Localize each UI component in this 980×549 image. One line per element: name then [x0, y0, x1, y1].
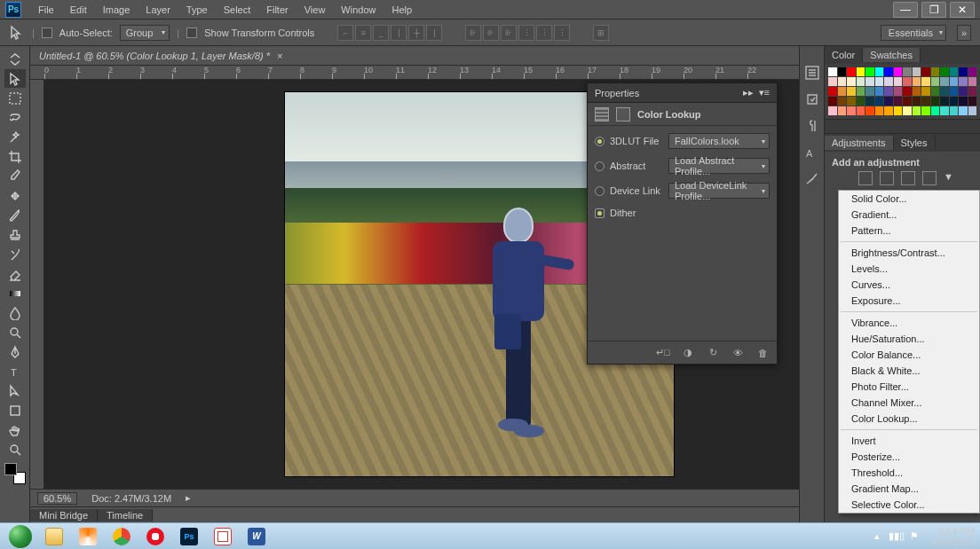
- swatch[interactable]: [847, 77, 856, 86]
- swatch[interactable]: [950, 67, 959, 76]
- actions-panel-icon[interactable]: [803, 90, 821, 108]
- adj-item-levels[interactable]: Levels...: [839, 261, 979, 277]
- view-previous-icon[interactable]: ◑: [681, 346, 695, 360]
- dist-4-icon[interactable]: ⋮: [518, 25, 534, 41]
- timeline-tab[interactable]: Timeline: [98, 509, 153, 522]
- character-panel-icon[interactable]: A: [803, 144, 821, 161]
- adj-item-gradient[interactable]: Gradient...: [839, 207, 979, 223]
- doc-info-arrow-icon[interactable]: ▸: [186, 492, 191, 504]
- adj-item-selective-color[interactable]: Selective Color...: [839, 497, 979, 513]
- panel-menu-icon[interactable]: ▾≡: [759, 87, 770, 98]
- reset-icon[interactable]: ↻: [706, 346, 720, 360]
- swatch[interactable]: [913, 77, 921, 86]
- swatch[interactable]: [968, 67, 977, 76]
- vlc-taskbar-icon[interactable]: [73, 526, 103, 547]
- workspace-dropdown[interactable]: Essentials: [881, 25, 946, 41]
- align-top-icon[interactable]: ⌐: [337, 25, 353, 41]
- swatch[interactable]: [931, 87, 940, 96]
- swatch[interactable]: [857, 67, 865, 76]
- word-taskbar-icon[interactable]: W: [241, 526, 272, 547]
- swatch[interactable]: [950, 97, 959, 106]
- swatch[interactable]: [921, 97, 930, 106]
- menu-edit[interactable]: Edit: [62, 3, 95, 17]
- close-button[interactable]: ✕: [950, 2, 975, 18]
- swatch[interactable]: [857, 77, 865, 86]
- swatch[interactable]: [884, 97, 893, 106]
- swatch[interactable]: [931, 106, 940, 115]
- menu-layer[interactable]: Layer: [138, 3, 178, 17]
- explorer-taskbar-icon[interactable]: [39, 526, 69, 547]
- gradient-tool[interactable]: [4, 284, 26, 302]
- swatch[interactable]: [950, 87, 959, 96]
- swatch[interactable]: [940, 106, 949, 115]
- curves-icon[interactable]: [901, 171, 915, 185]
- swatch[interactable]: [894, 97, 903, 106]
- adj-item-channel-mixer[interactable]: Channel Mixer...: [839, 395, 979, 411]
- delete-icon[interactable]: 🗑: [755, 346, 770, 360]
- adj-item-pattern[interactable]: Pattern...: [839, 223, 979, 239]
- zoom-tool[interactable]: [4, 440, 26, 459]
- swatch[interactable]: [913, 97, 921, 106]
- swatch[interactable]: [865, 106, 874, 115]
- swatch[interactable]: [903, 67, 912, 76]
- swatch[interactable]: [950, 106, 959, 115]
- collapse-panel-icon[interactable]: ▸▸: [743, 87, 754, 98]
- paragraph-panel-icon[interactable]: [803, 117, 821, 135]
- swatch[interactable]: [894, 77, 903, 86]
- swatch[interactable]: [913, 87, 921, 96]
- wand-tool[interactable]: [4, 128, 26, 146]
- menu-file[interactable]: File: [30, 3, 62, 17]
- device-radio[interactable]: [595, 186, 605, 196]
- adj-item-color-balance[interactable]: Color Balance...: [839, 347, 979, 363]
- dist-1-icon[interactable]: ⊪: [465, 25, 481, 41]
- exposure-icon[interactable]: [922, 171, 937, 185]
- photoshop-taskbar-icon[interactable]: Ps: [174, 526, 204, 547]
- mini-bridge-tab[interactable]: Mini Bridge: [30, 509, 98, 522]
- action-center-icon[interactable]: ⚑: [910, 530, 922, 543]
- brush-panel-icon[interactable]: [803, 170, 821, 188]
- lasso-tool[interactable]: [4, 108, 26, 127]
- opera-taskbar-icon[interactable]: [140, 526, 170, 547]
- swatch[interactable]: [931, 77, 940, 86]
- swatch[interactable]: [857, 106, 865, 115]
- swatch[interactable]: [865, 87, 874, 96]
- swatch[interactable]: [940, 67, 949, 76]
- swatch[interactable]: [913, 67, 921, 76]
- tab-toggle-icon[interactable]: [4, 50, 26, 68]
- swatch[interactable]: [828, 106, 837, 115]
- swatch[interactable]: [838, 87, 847, 96]
- swatch[interactable]: [950, 77, 959, 86]
- menu-window[interactable]: Window: [333, 3, 383, 17]
- lut-dropdown[interactable]: FallColors.look: [668, 133, 770, 149]
- marquee-tool[interactable]: [4, 89, 26, 107]
- align-hcenter-icon[interactable]: ┼: [408, 25, 424, 41]
- swatch[interactable]: [921, 77, 930, 86]
- adj-item-threshold[interactable]: Threshold...: [839, 465, 979, 481]
- show-hidden-icon[interactable]: ▴: [874, 530, 880, 542]
- lut-radio[interactable]: [595, 137, 605, 146]
- swatch[interactable]: [847, 106, 856, 115]
- swatch[interactable]: [875, 97, 884, 106]
- brush-tool[interactable]: [4, 206, 26, 224]
- swatch[interactable]: [940, 77, 949, 86]
- swatch[interactable]: [884, 67, 893, 76]
- move-tool[interactable]: [4, 69, 26, 88]
- swatch[interactable]: [959, 67, 968, 76]
- visibility-icon[interactable]: 👁: [731, 346, 745, 360]
- swatch[interactable]: [921, 67, 930, 76]
- minimize-button[interactable]: —: [893, 2, 918, 18]
- align-vcenter-icon[interactable]: ≡: [355, 25, 371, 41]
- adj-item-color-lookup[interactable]: Color Lookup...: [839, 411, 979, 427]
- workspace-menu-icon[interactable]: »: [957, 25, 971, 41]
- swatch[interactable]: [875, 87, 884, 96]
- dist-6-icon[interactable]: ⋮: [554, 25, 570, 41]
- swatch[interactable]: [884, 87, 893, 96]
- start-button[interactable]: [5, 526, 36, 547]
- swatch[interactable]: [828, 97, 837, 106]
- swatch[interactable]: [959, 106, 968, 115]
- healing-tool[interactable]: [4, 186, 26, 205]
- adj-item-curves[interactable]: Curves...: [839, 277, 979, 293]
- swatch[interactable]: [865, 67, 874, 76]
- path-select-tool[interactable]: [4, 381, 26, 400]
- crop-tool[interactable]: [4, 147, 26, 166]
